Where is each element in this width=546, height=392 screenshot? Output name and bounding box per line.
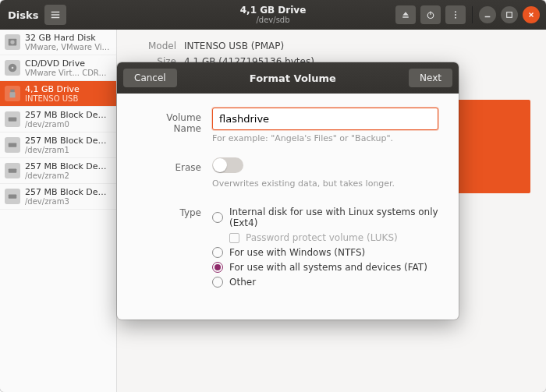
type-option-other[interactable]: Other (212, 277, 438, 288)
volume-name-hint: For example: "Angela's Files" or "Backup… (212, 133, 438, 143)
erase-toggle[interactable] (212, 157, 243, 173)
type-option-ext4[interactable]: Internal disk for use with Linux systems… (212, 207, 438, 228)
volume-name-label: Volume Name (137, 108, 212, 154)
dialog-title: Format Volume (250, 72, 336, 84)
erase-label: Erase (137, 157, 212, 200)
type-option-ntfs[interactable]: For use with Windows (NTFS) (212, 247, 438, 258)
type-option-fat[interactable]: For use with all systems and devices (FA… (212, 262, 438, 273)
volume-name-input[interactable] (212, 108, 438, 130)
format-volume-dialog: Cancel Format Volume Next Volume Name Fo… (117, 62, 459, 320)
erase-hint: Overwrites existing data, but takes long… (212, 178, 438, 189)
type-label: Type (137, 203, 212, 291)
type-option-luks: Password protect volume (LUKS) (229, 232, 438, 243)
cancel-button[interactable]: Cancel (123, 69, 177, 87)
next-button[interactable]: Next (409, 69, 452, 87)
dialog-headerbar: Cancel Format Volume Next (117, 62, 459, 94)
